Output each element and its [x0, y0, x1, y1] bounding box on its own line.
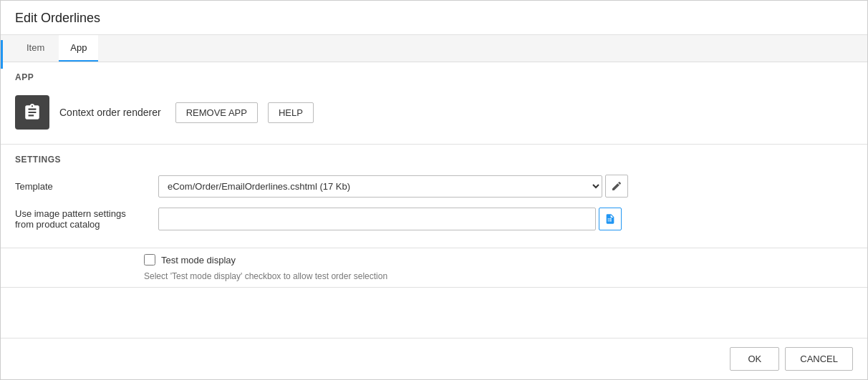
- template-row: Template eCom/Order/EmailOrderlines.csht…: [15, 175, 853, 198]
- image-pattern-label: Use image pattern settingsfrom product c…: [15, 208, 151, 230]
- template-select[interactable]: eCom/Order/EmailOrderlines.cshtml (17 Kb…: [158, 175, 602, 198]
- ok-button[interactable]: OK: [730, 347, 779, 371]
- cancel-button[interactable]: CANCEL: [785, 347, 853, 371]
- help-button[interactable]: HELP: [268, 102, 314, 123]
- tabs-bar: Item App: [1, 35, 867, 62]
- accent-bar: [1, 40, 3, 69]
- app-row: Context order renderer REMOVE APP HELP: [1, 88, 867, 145]
- template-label: Template: [15, 181, 151, 192]
- image-pattern-browse-button[interactable]: [599, 208, 622, 230]
- image-pattern-row: Use image pattern settingsfrom product c…: [15, 208, 853, 230]
- tab-app[interactable]: App: [59, 35, 98, 62]
- dialog-footer: OK CANCEL: [1, 338, 867, 379]
- template-edit-button[interactable]: [605, 175, 628, 198]
- test-mode-hint: Select 'Test mode display' checkbox to a…: [1, 268, 867, 287]
- settings-title: SETTINGS: [15, 155, 853, 165]
- app-icon: [15, 95, 49, 130]
- app-section-label: APP: [1, 62, 867, 88]
- content-area: APP Context order renderer REMOVE APP HE…: [1, 62, 867, 338]
- test-mode-label[interactable]: Test mode display: [161, 255, 236, 265]
- app-name: Context order renderer: [59, 107, 161, 118]
- test-mode-row: Test mode display: [1, 248, 867, 268]
- dialog-title-text: Edit Orderlines: [15, 11, 100, 25]
- dialog-title: Edit Orderlines: [1, 1, 867, 35]
- bottom-divider: [1, 287, 867, 288]
- template-control: eCom/Order/EmailOrderlines.cshtml (17 Kb…: [158, 175, 853, 198]
- image-pattern-control: [158, 208, 853, 230]
- image-pattern-input[interactable]: [158, 208, 596, 230]
- settings-section: SETTINGS Template eCom/Order/EmailOrderl…: [1, 145, 867, 248]
- remove-app-button[interactable]: REMOVE APP: [175, 102, 258, 123]
- tab-item[interactable]: Item: [15, 35, 56, 62]
- test-mode-checkbox[interactable]: [144, 254, 155, 265]
- edit-orderlines-dialog: Edit Orderlines Item App APP Context ord…: [0, 0, 868, 380]
